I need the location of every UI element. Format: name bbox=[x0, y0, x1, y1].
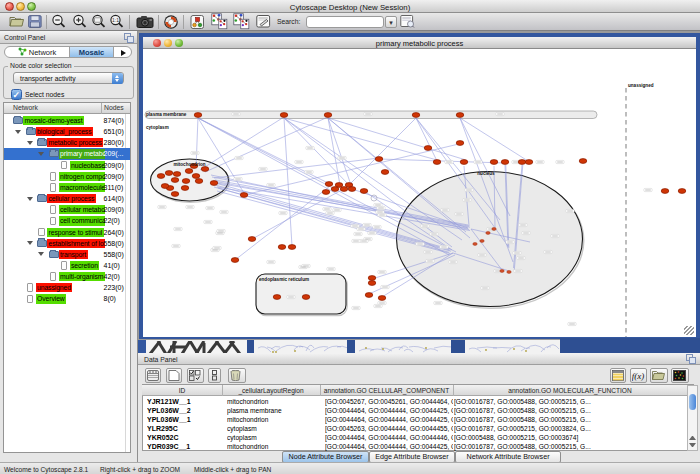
svg-text:1:1: 1:1 bbox=[112, 17, 119, 23]
svg-text:plasma membrane: plasma membrane bbox=[146, 112, 187, 117]
svg-text:f(x): f(x) bbox=[632, 371, 644, 381]
svg-text:mitochondrion: mitochondrion bbox=[173, 162, 205, 167]
svg-text:endoplasmic reticulum: endoplasmic reticulum bbox=[259, 277, 309, 282]
svg-text:cytoplasm: cytoplasm bbox=[146, 125, 169, 130]
svg-text:nucleus: nucleus bbox=[477, 171, 495, 176]
svg-text:unassigned: unassigned bbox=[628, 83, 654, 88]
